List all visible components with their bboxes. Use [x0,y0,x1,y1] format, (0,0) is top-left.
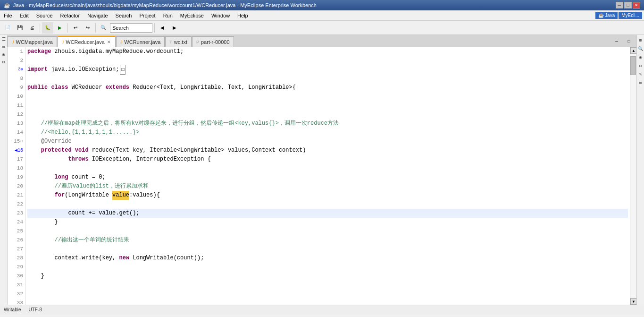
code-line-12 [27,110,628,119]
linenum-31: 31 [8,281,23,290]
menu-help[interactable]: Help [234,10,252,20]
linenum-26: 26 [8,236,23,245]
menu-project[interactable]: Project [135,10,159,20]
tab-icon-wctxt: T [169,40,172,44]
tab-wcrunner[interactable]: J WCRunner.java [116,36,165,47]
right-sidebar: ⊞ 🔍 ◉ ⊟ ✎ ⊞ [636,35,644,305]
menu-run[interactable]: Run [159,10,176,20]
right-icon-2[interactable]: 🔍 [637,45,644,52]
tab-area: J WCMapper.java J WCReducer.java ✕ J WCR… [8,35,636,305]
editor[interactable]: 1 2 3⊕ 8 9 10 11 12 13 14 15○ ◀16 17 18 … [8,47,636,305]
code-line-17: throws IOException, InterruptedException… [27,155,628,164]
tab-wcmapper[interactable]: J WCMapper.java [8,36,57,47]
next-button[interactable]: ▶ [169,22,180,34]
sep4 [154,23,155,33]
code-line-20: //遍历value的list，进行累加求和 [27,182,628,191]
prev-button[interactable]: ◀ [157,22,168,34]
scroll-thumb[interactable] [630,56,636,75]
menu-edit[interactable]: Edit [16,10,33,20]
tab-icon-wcmapper: J [12,40,14,44]
sidebar-icon-2[interactable]: ⊞ [0,43,7,50]
menu-navigate[interactable]: Navigate [84,10,111,20]
right-icon-5[interactable]: ✎ [637,71,644,77]
scroll-up-button[interactable]: ▲ [630,47,636,54]
code-line-29 [27,263,628,272]
code-line-21: for (LongWritable value :values){ [27,191,628,200]
right-icon-4[interactable]: ⊟ [637,62,644,69]
code-line-30: } [27,272,628,281]
code-area[interactable]: package zhouls.bigdata.myMapReduce.wordc… [25,47,630,305]
code-line-9: public class WCReducer extends Reducer<T… [27,83,628,92]
linenum-17: 17 [8,155,23,164]
menu-source[interactable]: Source [33,10,57,20]
sep3 [95,23,96,33]
code-line-23: count += value.get(); [27,209,628,218]
menu-window[interactable]: Window [208,10,234,20]
code-line-28: context.write(key, new LongWritable(coun… [27,254,628,263]
save-button[interactable]: 💾 [14,22,25,34]
code-line-10 [27,92,628,101]
minimize-editor-button[interactable]: ─ [611,35,622,47]
new-button[interactable]: 📄 [2,22,13,34]
scroll-down-button[interactable]: ▼ [630,298,636,305]
maximize-button[interactable]: □ [624,2,632,9]
code-line-14: //<hello,{1,1,1,1,1,1......}> [27,128,628,137]
code-line-22 [27,200,628,209]
close-button[interactable]: ✕ [633,2,640,9]
linenum-13: 13 [8,119,23,128]
title-bar-controls: ─ □ ✕ [616,2,640,9]
linenum-23: 23 [8,209,23,218]
minimize-button[interactable]: ─ [616,2,623,9]
run-button[interactable]: ▶ [54,22,66,34]
linenum-16: ◀16 [8,146,23,155]
java-perspective-button[interactable]: ☕ Java [595,12,618,19]
code-line-26: //输出这一个单词的统计结果 [27,236,628,245]
status-writable: Writable [4,307,21,312]
undo-button[interactable]: ↩ [70,22,81,34]
code-line-32 [27,290,628,299]
linenum-21: 21 [8,191,23,200]
menu-myeclipse[interactable]: MyEclipse [176,10,208,20]
search-input[interactable] [112,25,150,31]
code-line-16: protected void reduce(Text key, Iterable… [27,146,628,155]
fold-marker-3[interactable]: 3⊕ [18,65,23,74]
tab-label-wcmapper: WCMapper.java [16,39,53,45]
linenum-18: 18 [8,164,23,173]
right-icon-3[interactable]: ◉ [637,54,644,60]
menu-file[interactable]: File [0,10,16,20]
maximize-editor-button[interactable]: □ [623,35,635,47]
sidebar-icon-1[interactable]: ☰ [0,36,7,43]
redo-button[interactable]: ↪ [82,22,93,34]
tab-label-wcreducer: WCReducer.java [66,39,105,45]
linenum-22: 22 [8,200,23,209]
scroll-track[interactable] [630,54,636,298]
menu-bar: File Edit Source Refactor Navigate Searc… [0,10,644,21]
scrollbar-vertical[interactable]: ▲ ▼ [630,47,636,305]
collapse-marker[interactable]: □ [120,65,125,75]
debug-button[interactable]: 🐛 [42,22,53,34]
code-line-27 [27,245,628,254]
search-button[interactable]: 🔍 [98,22,109,34]
menu-search[interactable]: Search [112,10,136,20]
tab-close-wcreducer[interactable]: ✕ [107,40,111,44]
tab-partr[interactable]: P part-r-00000 [192,36,234,47]
menu-refactor[interactable]: Refactor [57,10,84,20]
code-line-2 [27,56,628,65]
search-box[interactable] [110,23,152,33]
myeclipse-perspective-button[interactable]: MyEcli... [619,12,642,19]
kw-package: package [27,47,51,56]
right-icon-1[interactable]: ⊞ [637,37,644,43]
sidebar-icon-4[interactable]: ⊟ [0,59,7,65]
print-button[interactable]: 🖨 [26,22,38,34]
linenum-1: 1 [8,47,23,56]
tab-icon-partr: P [196,40,199,44]
tab-wctxt[interactable]: T wc.txt [165,36,192,47]
linenum-3: 3⊕ [8,65,23,74]
linenum-8: 8 [8,74,23,83]
linenum-28: 28 [8,254,23,263]
tab-wcreducer[interactable]: J WCReducer.java ✕ [58,36,116,47]
code-line-19: long count = 0; [27,173,628,182]
sep1 [40,23,40,33]
right-icon-6[interactable]: ⊞ [637,79,644,86]
sidebar-icon-3[interactable]: ◉ [0,51,7,58]
